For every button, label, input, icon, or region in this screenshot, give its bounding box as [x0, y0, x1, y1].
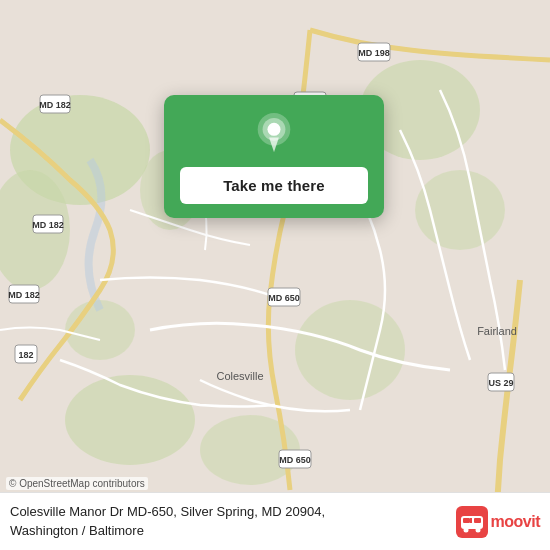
- svg-point-32: [267, 123, 280, 136]
- svg-point-5: [295, 300, 405, 400]
- address-text: Colesville Manor Dr MD-650, Silver Sprin…: [10, 503, 370, 539]
- svg-text:US 29: US 29: [488, 378, 513, 388]
- moovit-bus-icon: [456, 506, 488, 538]
- svg-point-4: [415, 170, 505, 250]
- svg-point-37: [463, 527, 468, 532]
- map-container: MD 182 MD 182 MD 182 182 MD 198 MD 650 M…: [0, 0, 550, 550]
- svg-text:Fairland: Fairland: [477, 325, 517, 337]
- osm-text: © OpenStreetMap contributors: [9, 478, 145, 489]
- svg-text:MD 650: MD 650: [268, 293, 300, 303]
- svg-rect-39: [470, 518, 472, 523]
- svg-text:MD 182: MD 182: [32, 220, 64, 230]
- svg-point-38: [475, 527, 480, 532]
- svg-text:MD 182: MD 182: [8, 290, 40, 300]
- svg-text:182: 182: [18, 350, 33, 360]
- svg-rect-35: [463, 518, 470, 523]
- popup-card: Take me there: [164, 95, 384, 218]
- svg-text:MD 182: MD 182: [39, 100, 71, 110]
- svg-rect-36: [474, 518, 481, 523]
- moovit-logo-text: moovit: [491, 513, 540, 531]
- take-me-there-button[interactable]: Take me there: [180, 167, 368, 204]
- moovit-logo: moovit: [456, 506, 540, 538]
- location-pin-icon: [252, 113, 296, 157]
- svg-text:Colesville: Colesville: [216, 370, 263, 382]
- bottom-bar: Colesville Manor Dr MD-650, Silver Sprin…: [0, 492, 550, 550]
- svg-text:MD 198: MD 198: [358, 48, 390, 58]
- osm-attribution: © OpenStreetMap contributors: [6, 477, 148, 490]
- map-background: MD 182 MD 182 MD 182 182 MD 198 MD 650 M…: [0, 0, 550, 550]
- svg-text:MD 650: MD 650: [279, 455, 311, 465]
